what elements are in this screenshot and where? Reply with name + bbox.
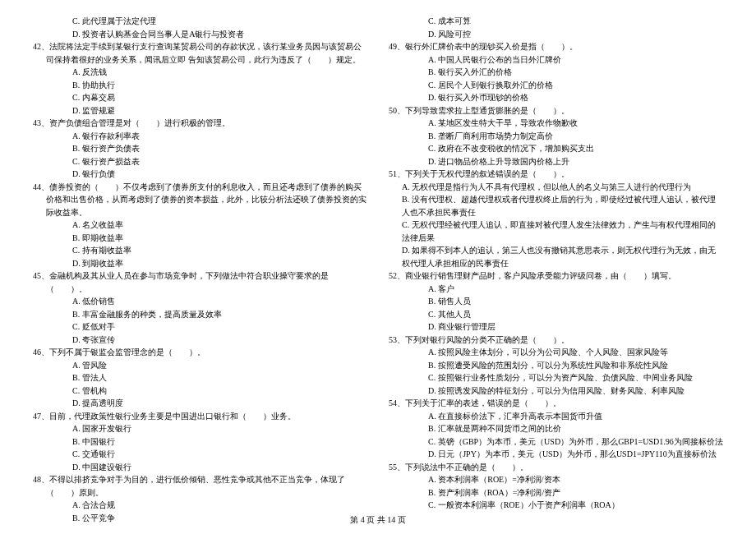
q46-option-b: B. 管法人 bbox=[33, 371, 367, 384]
q52-option-c: C. 其他人员 bbox=[389, 308, 723, 321]
q50-option-d: D. 进口物品价格上升导致国内价格上升 bbox=[389, 155, 723, 168]
q54-option-a: A. 在直接标价法下，汇率升高表示本国货币升值 bbox=[389, 410, 723, 423]
q42-option-c: C. 内幕交易 bbox=[33, 91, 367, 104]
q48-option-a: A. 合法合规 bbox=[33, 499, 367, 512]
q52-text: 52、商业银行销售理财产品时，客户风险承受能力评级问卷，由（ ）填写。 bbox=[389, 269, 723, 283]
q51-option-c: C. 无权代理经被代理人追认，即直接对被代理人发生法律效力，产生与有权代理相同的… bbox=[389, 219, 723, 244]
q47-text: 47、目前，代理政策性银行业务主要是中国进出口银行和（ ）业务。 bbox=[33, 410, 367, 423]
q51-option-b: B. 没有代理权、超越代理权或者代理权终止后的行为，即使经过被代理人追认，被代理… bbox=[389, 193, 723, 219]
q48-text: 48、不得以排挤竞争对手为目的，进行低价倾销、恶性竞争或其他不正当竞争，体现了（… bbox=[33, 473, 367, 499]
q45-option-a: A. 低价销售 bbox=[33, 295, 367, 308]
q54-option-c: C. 英镑（GBP）为本币，美元（USD）为外币，那么GBP1=USD1.96为… bbox=[389, 435, 723, 449]
q50-text: 50、下列导致需求拉上型通货膨胀的是（ ）。 bbox=[389, 104, 723, 117]
q51-option-a: A. 无权代理是指行为人不具有代理权，但以他人的名义与第三人进行的代理行为 bbox=[389, 181, 723, 194]
q43-option-d: D. 银行负债 bbox=[33, 168, 367, 181]
q53-option-c: C. 按照银行业务性质划分，可以分为资产风险、负债风险、中间业务风险 bbox=[389, 371, 723, 384]
q52-option-a: A. 客户 bbox=[389, 283, 723, 296]
q46-option-d: D. 提高透明度 bbox=[33, 397, 367, 410]
q55-option-b: B. 资产利润率（ROA）=净利润/资产 bbox=[389, 486, 723, 499]
q47-option-b: B. 中国银行 bbox=[33, 435, 367, 449]
q41-option-d: D. 投资者认购基金合同当事人是A银行与投资者 bbox=[33, 28, 367, 41]
q55-option-c: C. 一般资本利润率（ROE）小于资产利润率（ROA） bbox=[389, 499, 723, 512]
q49-option-b: B. 银行买入外汇的价格 bbox=[389, 66, 723, 79]
q53-option-d: D. 按照诱发风险的特征划分，可以分为信用风险、财务风险、利率风险 bbox=[389, 384, 723, 398]
q53-option-a: A. 按照风险主体划分，可以分为公司风险、个人风险、国家风险等 bbox=[389, 346, 723, 359]
q43-option-a: A. 银行存款利率表 bbox=[33, 130, 367, 143]
q54-option-d: D. 日元（JPY）为本币，美元（USD）为外币，那么USD1=JPY110为直… bbox=[389, 448, 723, 461]
q49-option-d: D. 银行买入外币现钞的价格 bbox=[389, 91, 723, 104]
q47-option-d: D. 中国建设银行 bbox=[33, 461, 367, 474]
q45-option-c: C. 贬低对手 bbox=[33, 320, 367, 334]
q46-option-a: A. 管风险 bbox=[33, 359, 367, 372]
q49-text: 49、银行外汇牌价表中的现钞买入价是指（ ）。 bbox=[389, 40, 723, 53]
two-column-layout: C. 此代理属于法定代理 D. 投资者认购基金合同当事人是A银行与投资者 42、… bbox=[33, 15, 723, 524]
page-footer: 第 4 页 共 14 页 bbox=[0, 514, 756, 526]
q42-option-d: D. 监管规避 bbox=[33, 104, 367, 117]
left-column: C. 此代理属于法定代理 D. 投资者认购基金合同当事人是A银行与投资者 42、… bbox=[33, 15, 367, 524]
q50-option-c: C. 政府在不改变税收的情况下，增加购买支出 bbox=[389, 142, 723, 155]
q42-text: 42、法院将法定手续到某银行支行查询某贸易公司的存款状况，该行某业务员因与该贸易… bbox=[33, 40, 367, 66]
q46-option-c: C. 管机构 bbox=[33, 384, 367, 398]
q49-option-a: A. 中国人民银行公布的当日外汇牌价 bbox=[389, 53, 723, 67]
right-column: C. 成本可算 D. 风险可控 49、银行外汇牌价表中的现钞买入价是指（ ）。 … bbox=[389, 15, 723, 524]
q44-option-c: C. 持有期收益率 bbox=[33, 244, 367, 257]
q53-text: 53、下列对银行风险的分类不正确的是（ ）。 bbox=[389, 334, 723, 347]
q44-option-d: D. 到期收益率 bbox=[33, 257, 367, 270]
q45-option-b: B. 丰富金融服务的种类，提高质量及效率 bbox=[33, 308, 367, 321]
q47-option-a: A. 国家开发银行 bbox=[33, 422, 367, 435]
q53-option-b: B. 按照遭受风险的范围划分，可以分为系统性风险和非系统性风险 bbox=[389, 359, 723, 372]
q52-option-d: D. 商业银行管理层 bbox=[389, 320, 723, 334]
q54-text: 54、下列关于汇率的表述，错误的是（ ）。 bbox=[389, 397, 723, 410]
q42-option-a: A. 反洗钱 bbox=[33, 66, 367, 79]
q51-text: 51、下列关于无权代理的叙述错误的是（ ）。 bbox=[389, 168, 723, 181]
q42-option-b: B. 协助执行 bbox=[33, 79, 367, 92]
q46-text: 46、下列不属于银监会监管理念的是（ ）。 bbox=[33, 346, 367, 359]
q45-option-d: D. 夸张宣传 bbox=[33, 334, 367, 347]
q51-option-d: D. 如果得不到本人的追认，第三人也没有撤销其意思表示，则无权代理行为无效，由无… bbox=[389, 244, 723, 269]
q50-option-b: B. 垄断厂商利用市场势力制定高价 bbox=[389, 130, 723, 143]
q45-text: 45、金融机构及其从业人员在参与市场竞争时，下列做法中符合职业操守要求的是（ ）… bbox=[33, 269, 367, 295]
q43-option-c: C. 银行资产损益表 bbox=[33, 155, 367, 168]
q52-option-b: B. 销售人员 bbox=[389, 295, 723, 308]
q41-option-c: C. 此代理属于法定代理 bbox=[33, 15, 367, 28]
q55-option-a: A. 资本利润率（ROE）=净利润/资本 bbox=[389, 473, 723, 486]
q44-option-b: B. 即期收益率 bbox=[33, 232, 367, 245]
q43-option-b: B. 银行资产负债表 bbox=[33, 142, 367, 155]
q48-option-c: C. 成本可算 bbox=[389, 15, 723, 28]
q54-option-b: B. 汇率就是两种不同货币之间的比价 bbox=[389, 422, 723, 435]
q44-option-a: A. 名义收益率 bbox=[33, 219, 367, 232]
q49-option-c: C. 居民个人到银行换取外汇的价格 bbox=[389, 79, 723, 92]
q44-text: 44、债券投资的（ ）不仅考虑到了债券所支付的利息收入，而且还考虑到了债券的购买… bbox=[33, 181, 367, 219]
q48-option-d: D. 风险可控 bbox=[389, 28, 723, 41]
q50-option-a: A. 某地区发生特大干旱，导致农作物歉收 bbox=[389, 117, 723, 130]
q47-option-c: C. 交通银行 bbox=[33, 448, 367, 461]
q43-text: 43、资产负债组合管理是对（ ）进行积极的管理。 bbox=[33, 117, 367, 130]
q55-text: 55、下列说法中不正确的是（ ）。 bbox=[389, 461, 723, 474]
